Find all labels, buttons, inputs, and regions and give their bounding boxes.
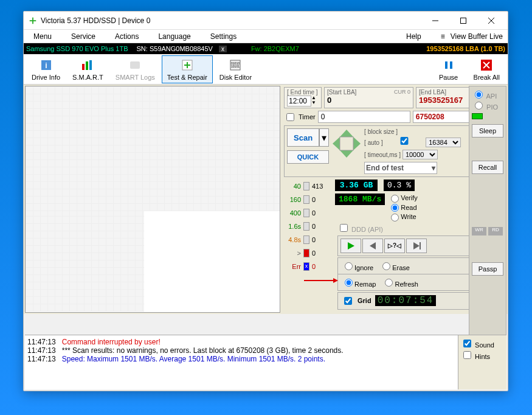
lat-count: 0 [312, 236, 316, 243]
mode-radios: Verify Read Write [391, 194, 418, 222]
ignore-radio[interactable]: Ignore [342, 260, 373, 271]
view-buffer-live[interactable]: ≡ View Buffer Live [436, 32, 508, 41]
lat-label: Err [284, 263, 301, 270]
end-lba-label: [End LBA] [419, 89, 446, 96]
svg-rect-11 [445, 61, 447, 69]
recall-button[interactable]: Recall [472, 161, 503, 174]
lat-label: 1.6s [284, 223, 301, 230]
hints-checkbox[interactable]: Hints [461, 349, 504, 361]
grid-checkbox[interactable] [344, 297, 352, 305]
verify-radio[interactable]: Verify [391, 194, 418, 203]
menu-service[interactable]: Service [61, 32, 105, 41]
erase-radio[interactable]: Erase [379, 260, 410, 271]
start-lba-value[interactable]: 0 [327, 96, 410, 105]
plus-icon [180, 58, 195, 72]
read-radio[interactable]: Read [391, 203, 418, 213]
passp-button[interactable]: Passp [472, 262, 503, 276]
lat-count: 0 [312, 209, 316, 217]
svg-marker-14 [340, 130, 353, 137]
api-radio[interactable]: API [472, 89, 503, 100]
block-size-select[interactable]: 16384 [426, 138, 461, 147]
nav-diamond[interactable] [331, 128, 362, 159]
break-all-button[interactable]: Break All [468, 55, 505, 83]
log-msg: Command interrupted by user! [62, 338, 161, 346]
write-radio[interactable]: Write [391, 212, 418, 222]
drive-info-label: Drive Info [32, 74, 60, 81]
scan-menu-button[interactable]: ▾ [319, 128, 329, 147]
timer-current: 0 [318, 111, 410, 123]
surface-map[interactable] [25, 86, 280, 313]
logs-icon [128, 58, 142, 72]
step-fwd-button[interactable] [406, 239, 427, 253]
drive-serial: SN: S59ANG0MB08845V [131, 45, 219, 52]
refresh-radio[interactable]: Refresh [382, 277, 418, 288]
lat-label: 40 [284, 183, 301, 190]
eot-label: End of test [366, 164, 404, 172]
timeout-label: [ timeout,ms ] [364, 152, 401, 158]
timer-checkbox[interactable] [286, 113, 294, 121]
pause-icon [441, 58, 456, 72]
drive-info-button[interactable]: i Drive Info [26, 55, 66, 83]
lat-count: 413 [312, 183, 323, 190]
auto-checkbox[interactable] [387, 137, 422, 145]
lat-swatch [303, 195, 309, 204]
toolbar: i Drive Info S.M.A.R.T SMART Logs Test &… [24, 54, 508, 85]
step-back-button[interactable] [362, 239, 383, 253]
log-text[interactable]: 11:47:13Command interrupted by user! 11:… [25, 335, 458, 389]
lat-label: 4.8s [284, 236, 301, 243]
ddd-checkbox[interactable]: DDD (API) [337, 226, 383, 233]
start-lba-badge[interactable]: CUR 0 [394, 89, 410, 95]
svg-text:i: i [45, 61, 47, 70]
test-repair-button[interactable]: Test & Repair [162, 55, 213, 83]
smart-button[interactable]: S.M.A.R.T [67, 55, 109, 83]
speed-box: 1868 MB/s [335, 194, 385, 205]
end-of-test-select[interactable]: End of test▾ [364, 162, 437, 174]
device-close-icon[interactable]: x [219, 46, 227, 52]
lat-label: 400 [284, 209, 301, 217]
scanned-size: 3.36 GB [335, 180, 378, 191]
menu-menu[interactable]: Menu [24, 32, 61, 41]
main-area: [ End time ] ▲▼ [Start LBA]CUR 0 0 [End … [24, 85, 508, 314]
menu-actions[interactable]: Actions [105, 32, 148, 41]
maximize-button[interactable] [449, 12, 477, 30]
block-size-group: [ block size ] [ auto ] 16384 [ timeout,… [364, 128, 461, 174]
svg-rect-18 [340, 137, 353, 150]
menu-settings[interactable]: Settings [201, 32, 246, 41]
play-button[interactable] [340, 239, 361, 253]
pio-radio[interactable]: PIO [472, 100, 503, 111]
timeout-select[interactable]: 10000 [402, 150, 438, 159]
svg-rect-0 [461, 18, 466, 23]
random-button[interactable]: ▷?◁ [384, 239, 405, 253]
test-repair-label: Test & Repair [167, 74, 207, 81]
titlebar: Victoria 5.37 HDD/SSD | Device 0 [24, 12, 508, 30]
menu-language[interactable]: Language [148, 32, 200, 41]
disk-editor-button[interactable]: 0101010101 Disk Editor [214, 55, 257, 83]
menu-help[interactable]: Help [392, 32, 436, 41]
svg-rect-6 [130, 61, 140, 69]
pause-button[interactable]: Pause [430, 55, 467, 83]
scan-button[interactable]: Scan [287, 128, 319, 147]
lat-count: 0 [312, 249, 316, 257]
arrow-icon [304, 277, 338, 284]
minimize-button[interactable] [421, 12, 449, 30]
drive-firmware: Fw: 2B2QEXM7 [245, 45, 305, 52]
sleep-button[interactable]: Sleep [472, 124, 503, 138]
end-time-input[interactable] [287, 96, 311, 106]
scanned-pct: 0.3 % [384, 180, 415, 191]
lat-count: 0 [312, 263, 316, 270]
disk-editor-label: Disk Editor [219, 74, 252, 81]
smart-logs-button[interactable]: SMART Logs [110, 55, 161, 83]
app-window: Victoria 5.37 HDD/SSD | Device 0 Menu Se… [23, 11, 508, 391]
log-msg: *** Scan results: no warnings, no errors… [62, 346, 344, 355]
svg-rect-5 [89, 60, 92, 70]
lat-count: 0 [312, 196, 316, 203]
quick-button[interactable]: QUICK [287, 150, 329, 164]
start-lba-label: [Start LBA] [327, 89, 356, 96]
side-panel: API PIO Sleep Recall WR RD Passp [469, 86, 506, 347]
sound-checkbox[interactable]: Sound [461, 338, 504, 349]
rd-indicator: RD [488, 227, 503, 235]
close-button[interactable] [477, 12, 505, 30]
wr-indicator: WR [472, 227, 486, 235]
hex-icon: 0101010101 [228, 58, 243, 72]
remap-radio[interactable]: Remap [342, 277, 376, 288]
